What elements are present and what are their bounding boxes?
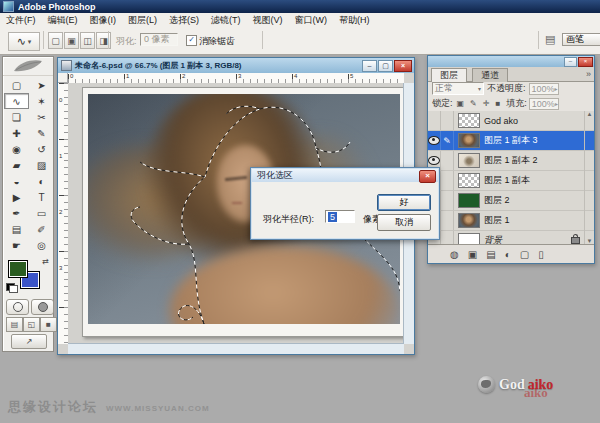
lock-all-icon[interactable]: ■ (493, 98, 502, 109)
eye-icon[interactable] (428, 156, 440, 165)
tool-blur[interactable]: ◒ (4, 173, 29, 189)
layer-row-god-ako[interactable]: God ako (428, 111, 594, 131)
active-tool-button[interactable]: ∿ ▾ (8, 32, 40, 51)
standard-screen-button[interactable]: ▤ (6, 317, 23, 332)
document-titlebar[interactable]: 未命名-6.psd @ 66.7% (图层 1 副本 3, RGB/8) (58, 58, 414, 73)
visibility-cell[interactable] (428, 111, 441, 130)
tool-clone-stamp[interactable]: ◉ (4, 141, 29, 157)
adjustment-layer-icon[interactable]: ◐ (505, 249, 511, 260)
new-set-icon[interactable]: ▤ (486, 249, 495, 260)
menu-file[interactable]: 文件(F) (0, 14, 42, 27)
layer-name[interactable]: 图层 1 (484, 214, 510, 227)
link-cell[interactable] (441, 151, 454, 170)
blend-mode-dropdown[interactable]: 正常 ▾ (432, 82, 484, 95)
foreground-color-swatch[interactable] (8, 260, 28, 278)
brushes-palette-button[interactable]: 画笔 (562, 33, 600, 46)
ok-button[interactable]: 好 (377, 194, 431, 211)
tool-hand[interactable]: ☛ (4, 237, 29, 253)
layer-name[interactable]: 背景 (484, 234, 502, 244)
menu-filter[interactable]: 滤镜(T) (205, 14, 247, 27)
menu-window[interactable]: 窗口(W) (289, 14, 334, 27)
layer-row-copy1[interactable]: 图层 1 副本 (428, 171, 594, 191)
tool-notes[interactable]: ▤ (4, 221, 29, 237)
tool-pen[interactable]: ✒ (4, 205, 29, 221)
tool-shape[interactable]: ▭ (29, 205, 54, 221)
tool-lasso[interactable]: ∿ (4, 93, 29, 109)
layer-row-copy3[interactable]: ✎ 图层 1 副本 3 (428, 131, 594, 151)
antialias-checkbox[interactable]: ✓ (186, 35, 197, 46)
fill-input[interactable]: 100% ▸ (529, 98, 559, 110)
menu-view[interactable]: 视图(V) (247, 14, 289, 27)
link-cell[interactable]: ✎ (441, 131, 454, 150)
layer-row-copy2[interactable]: 图层 1 副本 2 (428, 151, 594, 171)
tool-gradient[interactable]: ▨ (29, 157, 54, 173)
dialog-titlebar[interactable]: 羽化选区 (252, 169, 438, 182)
eye-icon[interactable] (428, 136, 440, 145)
tool-type[interactable]: T (29, 189, 54, 205)
panel-menu-icon[interactable]: » (586, 69, 591, 79)
tool-magic-wand[interactable]: ✶ (29, 93, 54, 109)
layer-row-layer1[interactable]: 图层 1 (428, 211, 594, 231)
menu-select[interactable]: 选择(S) (163, 14, 205, 27)
tool-crop[interactable]: ❏ (4, 109, 29, 125)
menu-edit[interactable]: 编辑(E) (42, 14, 84, 27)
panel-close-button[interactable]: × (578, 57, 593, 67)
tool-zoom[interactable]: ◎ (29, 237, 54, 253)
lock-position-icon[interactable]: ✛ (481, 98, 492, 109)
new-layer-icon[interactable]: ▢ (520, 249, 529, 260)
tool-history-brush[interactable]: ↺ (29, 141, 54, 157)
quick-mask-mode-button[interactable] (31, 299, 54, 315)
scroll-up-icon[interactable]: ▲ (587, 111, 593, 117)
mode-new-selection-icon[interactable]: ▢ (48, 32, 63, 49)
layer-name[interactable]: 图层 2 (484, 194, 510, 207)
delete-layer-icon[interactable]: ▯ (538, 249, 544, 260)
feather-input[interactable]: 0 像素 (140, 33, 178, 46)
menu-layer[interactable]: 图层(L) (122, 14, 163, 27)
close-button[interactable]: × (394, 60, 412, 72)
link-cell[interactable] (441, 191, 454, 210)
standard-mode-button[interactable] (6, 299, 29, 315)
tool-rect-marquee[interactable]: ▢ (4, 77, 29, 93)
maximize-button[interactable]: ▢ (378, 60, 393, 72)
tool-path-selection[interactable]: ▶ (4, 189, 29, 205)
tool-healing-brush[interactable]: ✚ (4, 125, 29, 141)
swap-colors-icon[interactable]: ⇄ (42, 257, 49, 266)
layer-style-icon[interactable]: ◍ (450, 249, 459, 260)
visibility-cell[interactable] (428, 131, 441, 150)
add-mask-icon[interactable]: ▣ (468, 249, 477, 260)
lock-image-icon[interactable]: ✎ (468, 98, 479, 109)
tab-channels[interactable]: 通道 (472, 68, 508, 82)
jump-to-imageready-button[interactable]: ↗ (11, 334, 47, 349)
fullscreen-menubar-button[interactable]: ◱ (23, 317, 40, 332)
layer-name[interactable]: God ako (484, 116, 518, 126)
layer-row-layer2[interactable]: 图层 2 (428, 191, 594, 211)
layer-list-scrollbar[interactable]: ▲ ▼ (584, 111, 594, 244)
opacity-input[interactable]: 100% ▸ (529, 83, 559, 95)
tool-eraser[interactable]: ▰ (4, 157, 29, 173)
layer-name[interactable]: 图层 1 副本 3 (484, 134, 538, 147)
tool-brush[interactable]: ✎ (29, 125, 54, 141)
link-cell[interactable] (441, 231, 454, 244)
palette-well-icon[interactable]: ▤ (545, 33, 555, 46)
tool-eyedropper[interactable]: ✐ (29, 221, 54, 237)
tab-layers[interactable]: 图层 (431, 68, 467, 82)
panel-minimize-button[interactable]: – (564, 57, 577, 67)
menu-help[interactable]: 帮助(H) (333, 14, 376, 27)
minimize-button[interactable]: – (362, 60, 377, 72)
link-cell[interactable] (441, 211, 454, 230)
link-cell[interactable] (441, 171, 454, 190)
layer-name[interactable]: 图层 1 副本 (484, 174, 530, 187)
layer-name[interactable]: 图层 1 副本 2 (484, 154, 538, 167)
radius-input[interactable]: 5 (325, 210, 355, 223)
mode-subtract-selection-icon[interactable]: ◫ (80, 32, 95, 49)
fullscreen-button[interactable]: ■ (40, 317, 57, 332)
default-colors-icon[interactable] (6, 283, 15, 291)
tool-move[interactable]: ➤ (29, 77, 54, 93)
tool-dodge[interactable]: ◐ (29, 173, 54, 189)
cancel-button[interactable]: 取消 (377, 214, 431, 231)
horizontal-scrollbar[interactable] (68, 343, 404, 354)
tool-slice[interactable]: ✂ (29, 109, 54, 125)
link-cell[interactable] (441, 111, 454, 130)
lock-transparency-icon[interactable]: ▣ (455, 98, 467, 109)
mode-add-selection-icon[interactable]: ▣ (64, 32, 79, 49)
